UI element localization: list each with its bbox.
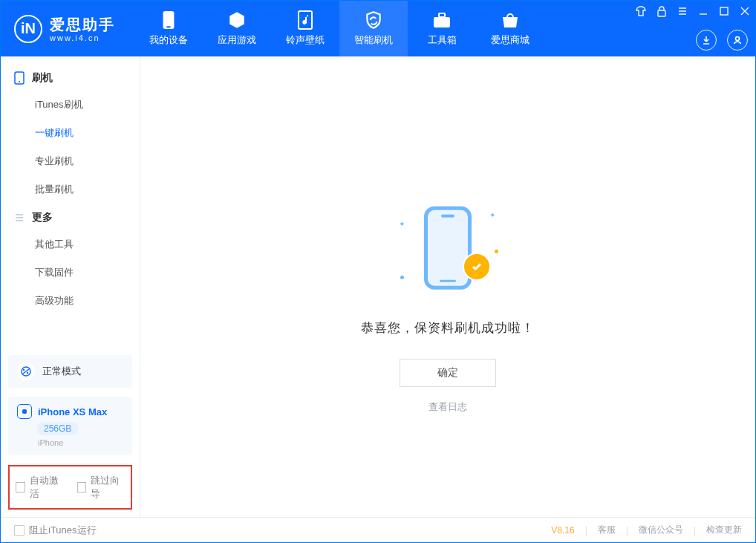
separator: | — [585, 525, 587, 536]
music-icon — [295, 10, 316, 30]
list-icon — [14, 212, 25, 223]
app-name: 爱思助手 — [50, 15, 115, 35]
top-nav: 我的设备 应用游戏 铃声壁纸 智能刷机 工具箱 爱思商城 — [134, 1, 544, 56]
menu-icon[interactable] — [677, 5, 688, 17]
separator: | — [626, 525, 628, 536]
maximize-button[interactable] — [718, 5, 730, 17]
app-header: iN 爱思助手 www.i4.cn 我的设备 应用游戏 铃声壁纸 智能刷机 工具… — [1, 1, 755, 56]
footer-link-check-update[interactable]: 检查更新 — [706, 524, 742, 536]
mode-status-card[interactable]: 正常模式 — [8, 355, 132, 388]
device-icon — [17, 404, 32, 419]
group-title: 更多 — [32, 211, 53, 224]
cube-icon — [227, 10, 247, 30]
nav-toolbox[interactable]: 工具箱 — [408, 1, 476, 56]
nav-label: 智能刷机 — [354, 33, 393, 47]
nav-my-device[interactable]: 我的设备 — [134, 1, 203, 56]
download-button[interactable] — [696, 30, 717, 51]
main-content: ✦ ✦ 恭喜您，保资料刷机成功啦！ 确定 查看日志 — [140, 56, 755, 517]
app-site: www.i4.cn — [50, 33, 115, 42]
checkbox-icon — [14, 525, 25, 536]
device-storage-badge: 256GB — [36, 422, 79, 435]
check-badge-icon — [464, 254, 489, 279]
lock-icon[interactable] — [656, 5, 668, 17]
toolbox-icon — [431, 10, 452, 30]
mode-status-icon — [17, 362, 35, 380]
mode-status-label: 正常模式 — [42, 365, 81, 378]
nav-ringtone-wallpaper[interactable]: 铃声壁纸 — [271, 1, 339, 56]
nav-label: 我的设备 — [149, 33, 188, 47]
svg-point-7 — [736, 37, 740, 41]
close-button[interactable] — [739, 5, 751, 17]
sparkle-icon: ✦ — [399, 220, 405, 228]
svg-rect-5 — [658, 10, 665, 16]
sidebar-group-more: 更多 — [1, 204, 140, 230]
status-bar: 阻止iTunes运行 V8.16 | 客服 | 微信公众号 | 检查更新 — [1, 517, 755, 542]
nav-label: 爱思商城 — [491, 33, 529, 47]
svg-point-11 — [23, 369, 25, 371]
view-log-link[interactable]: 查看日志 — [428, 400, 467, 414]
store-icon — [500, 10, 521, 30]
sparkle-icon: ✦ — [489, 211, 495, 219]
device-card[interactable]: iPhone XS Max 256GB iPhone — [8, 397, 132, 455]
phone-icon — [14, 71, 25, 85]
checkbox-skip-guide[interactable]: 跳过向导 — [77, 474, 126, 501]
nav-store[interactable]: 爱思商城 — [476, 1, 544, 56]
checkbox-label: 阻止iTunes运行 — [29, 524, 97, 537]
nav-smart-flash[interactable]: 智能刷机 — [339, 1, 408, 56]
success-illustration: ✦ ✦ — [396, 198, 500, 302]
svg-point-9 — [19, 81, 20, 82]
refresh-shield-icon — [363, 10, 384, 30]
sidebar-item-other-tools[interactable]: 其他工具 — [35, 230, 140, 259]
checkbox-icon — [77, 482, 87, 492]
separator: | — [694, 525, 696, 536]
app-logo: iN 爱思助手 www.i4.cn — [1, 1, 134, 56]
svg-rect-4 — [439, 13, 445, 17]
nav-label: 铃声壁纸 — [286, 33, 325, 47]
window-controls — [635, 5, 751, 17]
success-message: 恭喜您，保资料刷机成功啦！ — [361, 319, 535, 336]
phone-icon — [424, 207, 472, 290]
group-title: 刷机 — [32, 71, 53, 85]
checkbox-auto-activate[interactable]: 自动激活 — [16, 474, 64, 501]
sidebar-item-oneclick-flash[interactable]: 一键刷机 — [35, 119, 140, 147]
confirm-button[interactable]: 确定 — [400, 359, 496, 387]
tshirt-icon[interactable] — [635, 5, 647, 17]
user-button[interactable] — [727, 30, 748, 51]
checkbox-block-itunes[interactable]: 阻止iTunes运行 — [14, 524, 97, 537]
checkbox-icon — [16, 482, 25, 492]
sidebar-item-itunes-flash[interactable]: iTunes刷机 — [35, 91, 140, 119]
footer-link-support[interactable]: 客服 — [598, 524, 616, 536]
svg-rect-6 — [720, 7, 728, 15]
logo-badge-icon: iN — [14, 15, 42, 43]
checkbox-label: 自动激活 — [30, 474, 64, 501]
version-label: V8.16 — [551, 525, 574, 536]
dot-icon — [400, 276, 404, 279]
svg-point-12 — [27, 372, 28, 374]
footer-link-wechat[interactable]: 微信公众号 — [639, 524, 683, 536]
svg-rect-3 — [434, 17, 450, 27]
header-right-actions — [696, 30, 748, 51]
checkbox-label: 跳过向导 — [91, 474, 125, 501]
sidebar-item-batch-flash[interactable]: 批量刷机 — [35, 175, 140, 204]
minimize-button[interactable] — [697, 5, 709, 17]
device-icon — [158, 10, 179, 30]
nav-label: 工具箱 — [428, 33, 457, 47]
device-type: iPhone — [38, 438, 63, 447]
sidebar-group-flash: 刷机 — [1, 64, 140, 91]
app-body: 刷机 iTunes刷机 一键刷机 专业刷机 批量刷机 更多 其他工具 下载固件 … — [1, 56, 755, 517]
nav-apps-games[interactable]: 应用游戏 — [203, 1, 271, 56]
device-name: iPhone XS Max — [38, 406, 107, 417]
flash-options-box: 自动激活 跳过向导 — [8, 465, 132, 510]
sidebar: 刷机 iTunes刷机 一键刷机 专业刷机 批量刷机 更多 其他工具 下载固件 … — [1, 56, 140, 517]
sidebar-item-pro-flash[interactable]: 专业刷机 — [35, 147, 140, 175]
nav-label: 应用游戏 — [218, 33, 256, 47]
sidebar-item-download-firmware[interactable]: 下载固件 — [35, 259, 140, 287]
dot-icon — [495, 250, 498, 253]
sidebar-item-advanced[interactable]: 高级功能 — [35, 287, 140, 315]
svg-rect-1 — [166, 26, 171, 27]
